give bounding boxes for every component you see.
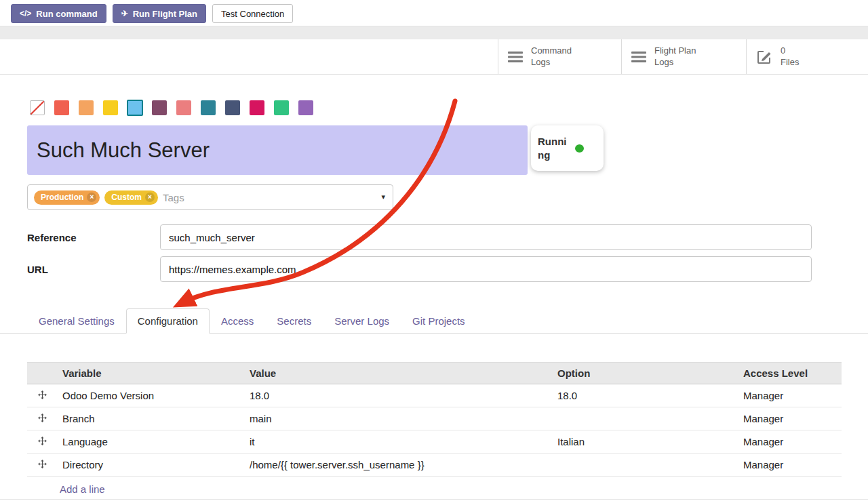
color-swatch-teal[interactable]: [201, 100, 216, 115]
cell-value[interactable]: main: [244, 407, 552, 430]
tag-production: Production ×: [34, 190, 100, 205]
cell-value[interactable]: 18.0: [244, 384, 552, 407]
cell-option[interactable]: [552, 407, 738, 430]
cell-access-level[interactable]: Manager: [738, 384, 842, 407]
add-line-row: Add a line: [27, 477, 842, 502]
title-row: Running: [27, 125, 841, 175]
test-connection-button[interactable]: Test Connection: [212, 4, 293, 23]
run-flight-plan-button[interactable]: ✈ Run Flight Plan: [113, 4, 206, 23]
code-icon: </>: [20, 9, 31, 18]
drag-handle-icon: [38, 390, 47, 399]
column-header-access-level: Access Level: [738, 363, 842, 384]
color-picker-row: [27, 100, 841, 115]
table-header-row: Variable Value Option Access Level: [27, 363, 842, 384]
drag-handle[interactable]: [27, 384, 57, 407]
cell-value[interactable]: it: [244, 430, 552, 454]
tab-server-logs[interactable]: Server Logs: [323, 308, 401, 334]
stat-button-row: Command Logs Flight Plan Logs 0 Files: [0, 39, 868, 75]
drag-handle[interactable]: [27, 430, 57, 454]
cell-access-level[interactable]: Manager: [738, 430, 842, 454]
drag-handle-icon: [38, 460, 47, 468]
cell-option[interactable]: [552, 454, 738, 477]
files-button[interactable]: 0 Files: [746, 39, 868, 74]
flight-plan-logs-label: Flight Plan Logs: [654, 45, 709, 68]
tab-access[interactable]: Access: [210, 308, 265, 334]
command-logs-label: Command Logs: [531, 45, 585, 68]
command-logs-button[interactable]: Command Logs: [498, 39, 621, 74]
tab-git-projects[interactable]: Git Projects: [401, 308, 477, 334]
color-swatch-light-blue[interactable]: [127, 100, 143, 116]
status-card: Running: [531, 125, 604, 171]
cell-value[interactable]: /home/{{ tower.server.ssh_username }}: [244, 454, 552, 477]
drag-handle[interactable]: [27, 454, 57, 477]
cell-option[interactable]: Italian: [552, 430, 738, 454]
run-command-label: Run command: [36, 9, 97, 19]
tab-configuration[interactable]: Configuration: [126, 308, 210, 334]
color-swatch-none[interactable]: [30, 100, 45, 115]
table-row: Directory /home/{{ tower.server.ssh_user…: [27, 454, 842, 477]
cell-variable[interactable]: Directory: [57, 454, 244, 477]
tag-custom: Custom ×: [104, 190, 158, 205]
cell-access-level[interactable]: Manager: [738, 454, 842, 477]
color-swatch-salmon[interactable]: [176, 100, 191, 115]
flight-plan-logs-button[interactable]: Flight Plan Logs: [621, 39, 746, 74]
color-swatch-violet[interactable]: [298, 100, 313, 115]
cell-access-level[interactable]: Manager: [738, 407, 842, 430]
tags-placeholder: Tags: [163, 192, 184, 203]
color-swatch-red[interactable]: [54, 100, 69, 115]
color-swatch-navy[interactable]: [225, 100, 240, 115]
tag-production-label: Production: [41, 193, 83, 202]
cell-option[interactable]: 18.0: [552, 384, 738, 407]
column-header-value: Value: [244, 363, 552, 384]
remove-tag-icon[interactable]: ×: [145, 193, 155, 202]
cell-variable[interactable]: Language: [57, 430, 244, 454]
color-swatch-fuchsia[interactable]: [250, 100, 264, 115]
tag-custom-label: Custom: [111, 193, 142, 202]
header-divider-band: [0, 26, 868, 39]
files-label: Files: [781, 57, 799, 68]
url-label: URL: [27, 264, 160, 275]
form-sheet: Running Production × Custom × Tags ▾ Ref…: [0, 100, 868, 282]
tab-secrets[interactable]: Secrets: [265, 308, 323, 334]
drag-handle[interactable]: [27, 407, 57, 430]
reference-input[interactable]: [160, 224, 812, 250]
test-connection-label: Test Connection: [221, 9, 284, 19]
color-swatch-dark-purple[interactable]: [152, 100, 167, 115]
cell-variable[interactable]: Branch: [57, 407, 244, 430]
add-a-line-link[interactable]: Add a line: [60, 483, 105, 495]
tab-general-settings[interactable]: General Settings: [27, 308, 126, 334]
run-command-button[interactable]: </> Run command: [11, 4, 106, 23]
list-icon: [631, 51, 646, 63]
files-count: 0: [781, 45, 799, 57]
cell-variable[interactable]: Odoo Demo Version: [57, 384, 244, 407]
color-swatch-yellow[interactable]: [103, 100, 118, 115]
status-dot: [575, 144, 584, 153]
handle-column-header: [27, 363, 57, 384]
field-grid: Reference URL: [27, 224, 841, 282]
table-row: Language it Italian Manager: [27, 430, 842, 454]
drag-handle-icon: [38, 414, 47, 422]
tags-input[interactable]: Production × Custom × Tags ▾: [27, 184, 393, 210]
column-header-variable: Variable: [57, 363, 244, 384]
caret-down-icon[interactable]: ▾: [381, 193, 385, 201]
list-icon: [508, 51, 523, 63]
edit-icon: [756, 49, 772, 65]
server-name-input[interactable]: [27, 125, 528, 175]
column-header-option: Option: [552, 363, 738, 384]
color-swatch-orange[interactable]: [79, 100, 94, 115]
bottom-divider: [0, 499, 868, 500]
table-row: Branch main Manager: [27, 407, 842, 430]
drag-handle-icon: [38, 437, 47, 445]
configuration-table: Variable Value Option Access Level Odoo …: [27, 362, 842, 502]
url-input[interactable]: [160, 256, 812, 282]
action-toolbar: </> Run command ✈ Run Flight Plan Test C…: [0, 0, 868, 26]
status-label: Running: [538, 135, 570, 161]
remove-tag-icon[interactable]: ×: [87, 193, 96, 202]
table-row: Odoo Demo Version 18.0 18.0 Manager: [27, 384, 842, 407]
reference-label: Reference: [27, 232, 160, 243]
run-flight-plan-label: Run Flight Plan: [133, 9, 197, 19]
color-swatch-green[interactable]: [274, 100, 289, 115]
notebook-tabs: General Settings Configuration Access Se…: [0, 308, 868, 334]
plane-icon: ✈: [121, 9, 128, 18]
